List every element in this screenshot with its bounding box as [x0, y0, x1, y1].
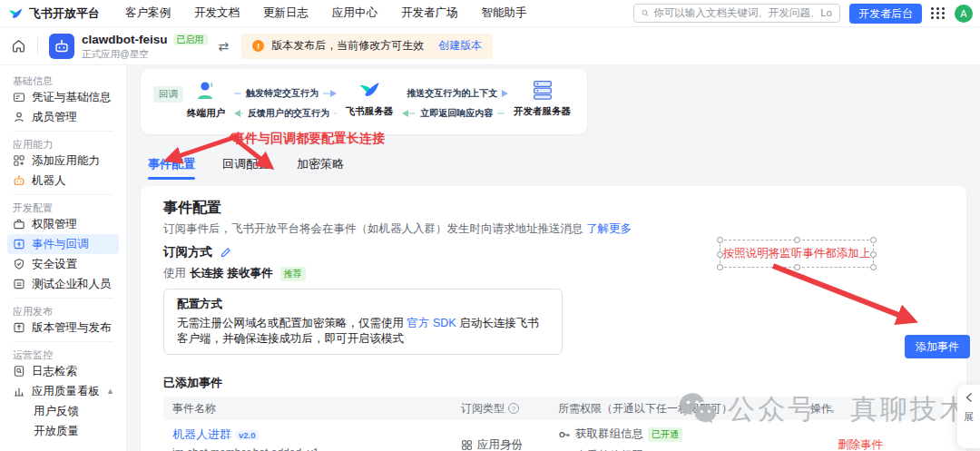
- feishu-server-icon: [358, 78, 381, 102]
- arrow-group-2: 推送交互行为的上下文 立即返回响应内容: [402, 87, 505, 120]
- topnav-item-appcenter[interactable]: 应用中心: [332, 5, 377, 21]
- chevron-left-icon: [965, 392, 974, 403]
- active-tab-underline: [148, 177, 195, 180]
- apps-grid-icon[interactable]: [931, 7, 946, 19]
- selection-handle: [794, 237, 800, 243]
- selection-handle: [794, 264, 800, 270]
- selection-handle: [717, 237, 723, 243]
- app-name: clawdbot-feisu: [82, 33, 168, 47]
- sidebar-item-security[interactable]: 安全设置: [7, 254, 119, 274]
- sidebar: 基础信息 凭证与基础信息 成员管理 应用能力 添加应用能力 机器人 开发配置 权…: [0, 65, 127, 451]
- avatar[interactable]: A: [955, 5, 973, 23]
- sidebar-item-credentials[interactable]: 凭证与基础信息: [7, 87, 119, 107]
- sidebar-item-version-release[interactable]: 版本管理与发布: [7, 318, 119, 338]
- wechat-icon: [677, 390, 719, 428]
- banner-text: 版本发布后，当前修改方可生效: [271, 38, 424, 54]
- version-banner: ! 版本发布后，当前修改方可生效 创建版本: [241, 34, 493, 59]
- feishu-open-platform-console: 飞书开放平台 客户案例 开发文档 更新日志 应用中心 开发者广场 智能助手 你可…: [0, 0, 980, 451]
- selection-handle: [717, 264, 723, 270]
- event-code: im.chat.member.bot.added_v1: [172, 446, 452, 451]
- sidebar-item-test-org[interactable]: 测试企业和人员: [7, 274, 119, 294]
- node-developer-server: 开发者服务器: [514, 78, 571, 118]
- usage-line: 使用 长连接 接收事件 推荐: [163, 266, 944, 281]
- search-icon: [642, 8, 649, 18]
- selection-handle: [870, 264, 877, 270]
- config-box-text: 无需注册公网域名或配置加密策略，仅需使用 官方 SDK 启动长连接飞书客户端，并…: [177, 316, 549, 347]
- arrow-label: 触发特定交互行为: [241, 87, 323, 100]
- selection-handle: [870, 237, 877, 243]
- tab-event-config[interactable]: 事件配置: [148, 156, 195, 180]
- official-sdk-link[interactable]: 官方 SDK: [407, 317, 456, 329]
- credential-card-icon: [13, 91, 25, 103]
- sidebar-item-open-quality[interactable]: 开放质量: [7, 421, 119, 441]
- event-link[interactable]: 机器人进群 v2.0: [172, 426, 452, 443]
- permissions-cell: 获取群组信息 已开通 查看其他权限 ⌄: [549, 426, 801, 451]
- create-version-link[interactable]: 创建版本: [438, 38, 482, 54]
- arrow-label: 推送交互行为的上下文: [402, 87, 502, 100]
- sidebar-section-capability: 应用能力: [7, 136, 119, 149]
- sidebar-item-user-feedback[interactable]: 用户反馈: [7, 401, 119, 421]
- arrow-left-icon: [402, 110, 408, 117]
- expand-drawer-handle[interactable]: 展: [957, 385, 980, 448]
- learn-more-link[interactable]: 了解更多: [586, 222, 632, 235]
- robot-avatar-icon: [54, 38, 70, 54]
- divider: [13, 298, 113, 299]
- topnav-item-devplaza[interactable]: 开发者广场: [401, 5, 458, 21]
- switch-app-icon[interactable]: ⇄: [219, 39, 230, 54]
- robot-icon: [13, 174, 25, 187]
- sidebar-item-log-search[interactable]: 日志检索: [7, 361, 119, 381]
- key-icon: [558, 428, 571, 441]
- divider: [13, 131, 113, 132]
- tab-callback-config[interactable]: 回调配置: [222, 156, 270, 180]
- divider: [13, 194, 113, 195]
- tab-encryption[interactable]: 加密策略: [297, 156, 344, 180]
- event-name-cell: 机器人进群 v2.0 im.chat.member.bot.added_v1: [163, 426, 452, 451]
- member-icon: [13, 111, 25, 123]
- info-icon[interactable]: ?: [508, 403, 519, 414]
- home-icon[interactable]: [11, 38, 26, 54]
- developer-console-button[interactable]: 开发者后台: [849, 4, 922, 24]
- arrow-left-icon: [234, 110, 240, 117]
- config-tabs: 事件配置 回调配置 加密策略: [148, 156, 344, 180]
- topnav-item-docs[interactable]: 开发文档: [194, 5, 240, 21]
- col-subscription-type: 订阅类型 ?: [452, 401, 549, 417]
- brand-title: 飞书开放平台: [29, 5, 100, 22]
- feishu-logo-icon: [7, 5, 24, 22]
- developer-server-icon: [531, 78, 554, 102]
- edit-pencil-icon[interactable]: [220, 247, 231, 259]
- subscription-type-cell: 应用身份: [452, 437, 549, 451]
- node-end-user: 终端用户: [187, 78, 225, 120]
- sidebar-item-bot[interactable]: 机器人: [7, 171, 119, 191]
- annotation-add-events-box: 按照说明将监听事件都添加上: [720, 240, 874, 268]
- sidebar-item-add-capability[interactable]: 添加应用能力: [7, 151, 119, 171]
- log-search-icon: [13, 365, 25, 377]
- panel-description: 订阅事件后，飞书开放平台将会在事件（如机器人入群）发生时向请求地址推送消息 了解…: [163, 221, 944, 237]
- warning-icon: !: [252, 40, 264, 52]
- topnav-item-assistant[interactable]: 智能助手: [482, 5, 527, 21]
- sidebar-section-basic: 基础信息: [7, 73, 119, 85]
- delete-event-link[interactable]: 删除事件: [801, 437, 944, 451]
- arrow-label: 立即返回响应内容: [416, 107, 497, 120]
- sidebar-item-events-callbacks[interactable]: 事件与回调: [7, 234, 119, 254]
- topnav-item-cases[interactable]: 客户案例: [125, 5, 171, 21]
- arrow-right-icon: [502, 90, 508, 97]
- topnav-item-changelog[interactable]: 更新日志: [263, 5, 309, 21]
- config-box-title: 配置方式: [177, 297, 549, 312]
- app-meta: clawdbot-feisu 已启用 正式应用@星空: [82, 33, 208, 60]
- sidebar-item-quality-board[interactable]: 应用质量看板 ▲: [7, 381, 119, 401]
- col-event-name: 事件名称: [163, 401, 452, 417]
- search-input[interactable]: 你可以输入文档关键词、开发问题、Log ID、错误码: [633, 4, 840, 23]
- top-navigation: 飞书开放平台 客户案例 开发文档 更新日志 应用中心 开发者广场 智能助手 你可…: [0, 0, 980, 27]
- end-user-icon: [193, 78, 219, 103]
- arrow-right-icon: [330, 90, 337, 97]
- node-feishu-server: 飞书服务器: [346, 78, 394, 118]
- divider: [37, 37, 38, 55]
- sidebar-item-permissions[interactable]: 权限管理: [7, 214, 119, 234]
- sidebar-item-members[interactable]: 成员管理: [7, 107, 119, 127]
- add-event-button[interactable]: 添加事件: [905, 335, 970, 358]
- brand[interactable]: 飞书开放平台: [7, 5, 100, 22]
- chevron-up-icon[interactable]: ▲: [106, 387, 114, 396]
- shield-check-icon: [13, 258, 25, 270]
- search-placeholder: 你可以输入文档关键词、开发问题、Log ID、错误码: [653, 6, 832, 20]
- app-avatar: [49, 34, 74, 59]
